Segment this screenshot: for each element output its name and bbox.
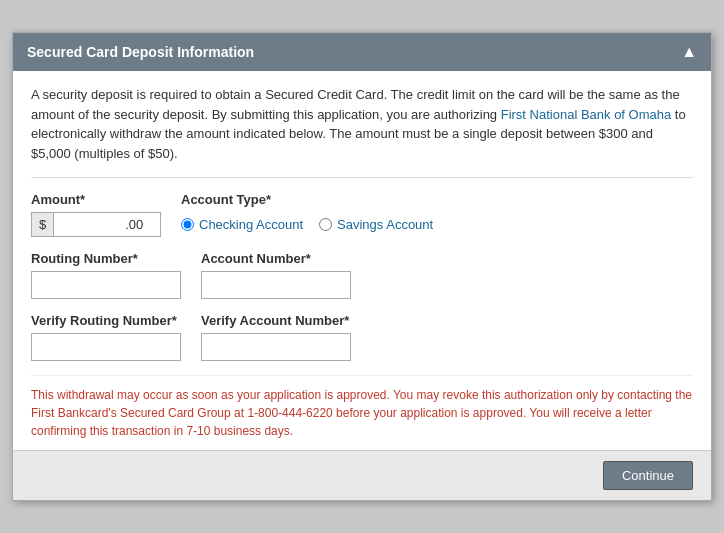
amount-account-row: Amount* $ .00 Account Type* Checking Acc… [31, 192, 693, 237]
account-type-label: Account Type* [181, 192, 433, 207]
description-text: A security deposit is required to obtain… [31, 85, 693, 178]
amount-input-wrapper: $ .00 [31, 212, 161, 237]
verify-routing-label: Verify Routing Number* [31, 313, 181, 328]
verify-account-label: Verify Account Number* [201, 313, 351, 328]
continue-button[interactable]: Continue [603, 461, 693, 490]
cents-label: .00 [119, 213, 149, 236]
account-type-group: Account Type* Checking Account Savings A… [181, 192, 433, 232]
bank-name-link[interactable]: First National Bank of Omaha [501, 107, 672, 122]
chevron-icon[interactable]: ▲ [681, 43, 697, 61]
savings-radio[interactable] [319, 218, 332, 231]
amount-input[interactable] [54, 213, 119, 236]
savings-label: Savings Account [337, 217, 433, 232]
account-number-input[interactable] [201, 271, 351, 299]
verify-account-group: Verify Account Number* [201, 313, 351, 361]
amount-label: Amount* [31, 192, 161, 207]
checking-label: Checking Account [199, 217, 303, 232]
footer-note: This withdrawal may occur as soon as you… [31, 375, 693, 440]
modal-header: Secured Card Deposit Information ▲ [13, 33, 711, 71]
routing-number-input[interactable] [31, 271, 181, 299]
routing-group: Routing Number* [31, 251, 181, 299]
account-type-radio-group: Checking Account Savings Account [181, 217, 433, 232]
routing-account-row: Routing Number* Account Number* [31, 251, 693, 299]
secured-card-modal: Secured Card Deposit Information ▲ A sec… [12, 32, 712, 501]
checking-radio[interactable] [181, 218, 194, 231]
amount-group: Amount* $ .00 [31, 192, 161, 237]
savings-radio-label[interactable]: Savings Account [319, 217, 433, 232]
account-number-label: Account Number* [201, 251, 351, 266]
modal-title: Secured Card Deposit Information [27, 44, 254, 60]
modal-body: A security deposit is required to obtain… [13, 71, 711, 450]
verify-account-input[interactable] [201, 333, 351, 361]
routing-label: Routing Number* [31, 251, 181, 266]
verify-row: Verify Routing Number* Verify Account Nu… [31, 313, 693, 361]
dollar-sign: $ [32, 213, 54, 236]
account-number-group: Account Number* [201, 251, 351, 299]
modal-footer: Continue [13, 450, 711, 500]
verify-routing-group: Verify Routing Number* [31, 313, 181, 361]
checking-radio-label[interactable]: Checking Account [181, 217, 303, 232]
verify-routing-input[interactable] [31, 333, 181, 361]
